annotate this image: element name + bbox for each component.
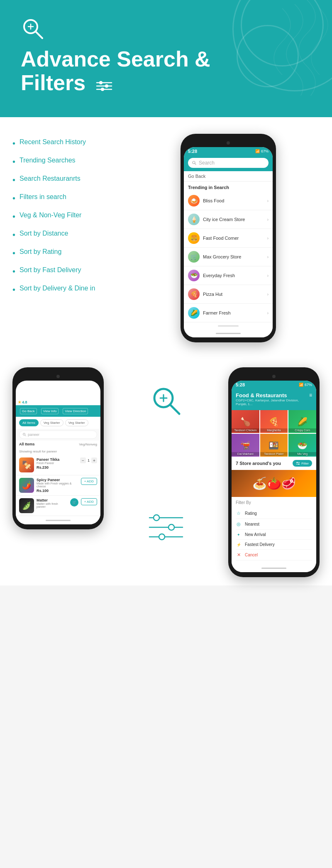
large-search-icon bbox=[149, 384, 183, 417]
add-btn-2[interactable]: + ADD bbox=[81, 478, 97, 485]
food-img-1: 🍢 bbox=[19, 457, 34, 472]
phone2-home-bar bbox=[16, 516, 100, 524]
feature-item-2: • Trending Searches bbox=[12, 156, 129, 167]
qty-num-1: 1 bbox=[88, 458, 90, 462]
bullet-5: • bbox=[12, 211, 15, 222]
p3-subtitle: CGP2+C8C, Kartarpur, Jalandhar Division,… bbox=[236, 398, 309, 406]
feature-item-7: • Sort by Rating bbox=[12, 248, 129, 258]
home-bar-line bbox=[216, 333, 241, 334]
trending-arrow-3: › bbox=[267, 236, 269, 241]
phone3-battery: 67% bbox=[305, 383, 312, 387]
trending-item-7[interactable]: 🌽 Farmer Fresh › bbox=[184, 304, 273, 322]
rating-value: 4.8 bbox=[22, 400, 27, 404]
food-grid-label-6: Mix Veg bbox=[288, 452, 316, 456]
svg-point-21 bbox=[168, 524, 174, 530]
trending-thumb-4: 🛒 bbox=[188, 251, 200, 263]
store-header: 7 Store around's you Filter bbox=[232, 457, 316, 470]
menu-search-text: paneer bbox=[28, 433, 39, 437]
trending-thumb-5: 🥗 bbox=[188, 270, 200, 281]
bullet-2: • bbox=[12, 156, 15, 167]
battery-level: 67% bbox=[261, 149, 269, 153]
trending-thumb-6: 🍕 bbox=[188, 288, 200, 300]
trending-item-5[interactable]: 🥗 Everyday Fresh › bbox=[184, 266, 273, 285]
food-name-1: Paneer Tikka bbox=[37, 457, 78, 462]
showing-result-text: Showing result for paneer bbox=[16, 448, 100, 455]
food-name-3: Matter bbox=[37, 498, 68, 502]
food-price-1: Rs.230 bbox=[37, 465, 78, 470]
filter-option-cancel[interactable]: ✕ Cancel bbox=[236, 550, 312, 561]
feature-text-4: Filters in search bbox=[20, 193, 66, 202]
trending-name-3: Fast Food Corner bbox=[203, 236, 264, 241]
cart-badge[interactable]: 🛒 bbox=[70, 498, 78, 507]
filter-option-fastest-delivery[interactable]: ⚡ Fastest Delivery bbox=[236, 540, 312, 550]
menu-icon[interactable]: ≡ bbox=[309, 392, 312, 398]
scroll-indicator bbox=[184, 322, 273, 329]
bullet-1: • bbox=[12, 138, 15, 149]
feature-item-3: • Search Restauranrts bbox=[12, 175, 129, 185]
trending-item-1[interactable]: 🍛 Bliss Food › bbox=[184, 192, 273, 210]
feature-text-9: Sort by Delivery & Dine in bbox=[20, 284, 95, 293]
filter-button[interactable]: Filter bbox=[293, 460, 312, 467]
second-row: Bliss Food Restaurants Sec. 32S, Near PV… bbox=[0, 359, 332, 585]
food-grid-label-2: Margherita bbox=[260, 428, 288, 432]
p3-title-group: Food & Restaurants CGP2+C8C, Kartarpur, … bbox=[236, 392, 309, 406]
go-back-btn[interactable]: Go Back bbox=[20, 408, 37, 414]
feature-item-4: • Filters in search bbox=[12, 193, 129, 204]
food-grid-item-1[interactable]: 🍗 Tandoori Chicken bbox=[232, 410, 259, 433]
svg-point-23 bbox=[159, 534, 165, 540]
view-info-btn[interactable]: View Info bbox=[41, 408, 59, 414]
filter-option-nearest[interactable]: ◎ Nearest bbox=[236, 519, 312, 530]
food-image-paneer-tikka: 🍢 bbox=[19, 457, 34, 472]
trending-item-6[interactable]: 🍕 Pizza Hut › bbox=[184, 285, 273, 304]
qty-plus-1[interactable]: + bbox=[91, 457, 97, 463]
bullet-3: • bbox=[12, 175, 15, 185]
phone3-notch bbox=[232, 372, 316, 381]
main-content: • Recent Search History • Trending Searc… bbox=[0, 117, 332, 359]
food-grid-item-6[interactable]: 🥗 Mix Veg bbox=[288, 434, 316, 457]
trending-item-4[interactable]: 🛒 Max Grocery Store › bbox=[184, 248, 273, 266]
food-grid-item-5[interactable]: 🍱 Tandoori Plater bbox=[260, 434, 288, 457]
svg-point-5 bbox=[99, 81, 103, 84]
header-title: Advance Search & Filters bbox=[21, 47, 311, 96]
filter-option-rating[interactable]: ☆ Rating bbox=[236, 508, 312, 519]
filter-select[interactable]: Veg/Nonveg bbox=[79, 443, 97, 446]
food-name-2: Spicy Paneer bbox=[37, 478, 78, 482]
trending-name-2: City ice Cream Store bbox=[203, 217, 264, 222]
feature-text-1: Recent Search History bbox=[20, 138, 86, 147]
trending-arrow-1: › bbox=[267, 199, 269, 203]
svg-line-11 bbox=[195, 164, 196, 165]
food-grid-item-3[interactable]: 🌽 Crispy Corn bbox=[288, 410, 316, 433]
svg-line-13 bbox=[25, 435, 26, 436]
go-back-button[interactable]: Go Back bbox=[184, 171, 273, 182]
feature-text-3: Search Restauranrts bbox=[20, 175, 81, 183]
search-input-box[interactable]: Search bbox=[188, 158, 269, 168]
menu-search-box[interactable]: paneer bbox=[19, 430, 97, 439]
star-icon: ★ bbox=[18, 400, 21, 404]
tab-all-items[interactable]: All Items bbox=[19, 419, 39, 426]
food-restaurants-header: Food & Restaurants CGP2+C8C, Kartarpur, … bbox=[232, 389, 316, 410]
trending-item-2[interactable]: 🍦 City ice Cream Store › bbox=[184, 210, 273, 229]
phone3-wifi-icon: 📶 bbox=[299, 383, 303, 387]
food-grid-item-2[interactable]: 🍕 Margherita bbox=[260, 410, 288, 433]
view-direction-btn[interactable]: View Direction bbox=[63, 408, 88, 414]
open-status: OPEN NOW bbox=[63, 400, 84, 404]
header-title-line1: Advance Search & bbox=[21, 47, 210, 71]
phone2-mockup: Bliss Food Restaurants Sec. 32S, Near PV… bbox=[12, 367, 104, 529]
svg-line-1 bbox=[36, 32, 42, 38]
trending-arrow-4: › bbox=[267, 255, 269, 259]
food-desc-2: Made with Fresh veggies & cheese bbox=[37, 482, 78, 488]
phone2-screen: Bliss Food Restaurants Sec. 32S, Near PV… bbox=[16, 381, 100, 524]
trending-item-3[interactable]: 🍔 Fast Food Corner › bbox=[184, 229, 273, 248]
qty-minus-1[interactable]: − bbox=[80, 457, 86, 463]
fastest-delivery-icon: ⚡ bbox=[236, 543, 242, 547]
food-img-2: 🌶️ bbox=[19, 478, 34, 493]
filter-option-new-arrival[interactable]: ✦ New Arrival bbox=[236, 530, 312, 540]
tab-veg-starter-1[interactable]: Veg Starter bbox=[40, 419, 63, 426]
header-title-line2: Filters bbox=[21, 71, 85, 95]
food-info-3: Matter Matter with fresh paneer bbox=[37, 498, 68, 508]
trending-thumb-7: 🌽 bbox=[188, 307, 200, 319]
add-btn-3[interactable]: + ADD bbox=[81, 498, 97, 505]
food-grid-item-4[interactable]: 🫕 Dal Makhani bbox=[232, 434, 259, 457]
tab-veg-starter-2[interactable]: Veg Starter bbox=[65, 419, 88, 426]
phone1-notch bbox=[184, 139, 273, 147]
